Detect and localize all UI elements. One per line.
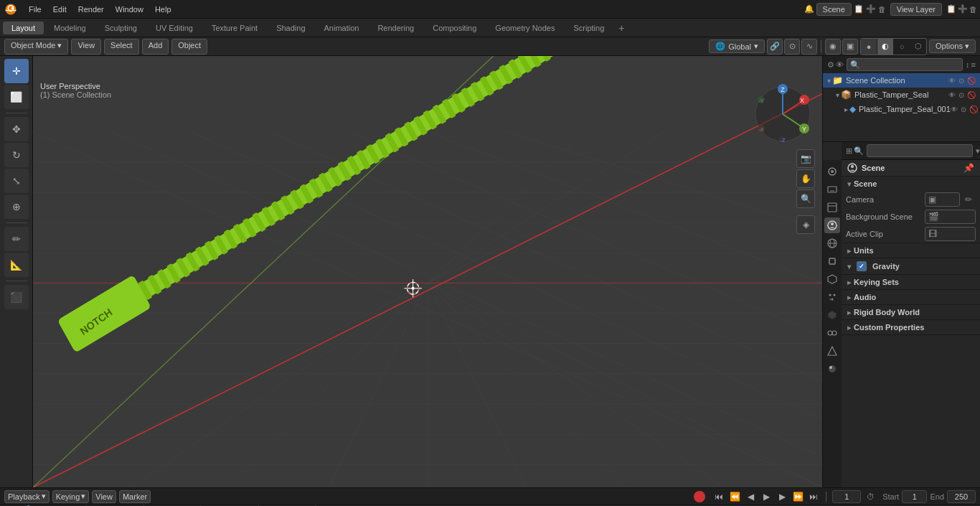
prop-tab-output[interactable]	[824, 182, 840, 197]
outliner-action-select[interactable]: ⊙	[958, 77, 964, 85]
prop-tab-material[interactable]	[824, 361, 840, 377]
frame-clock-icon[interactable]: ⏱	[864, 490, 877, 503]
tool-measure[interactable]: 📐	[4, 253, 29, 277]
3d-viewport[interactable]: NOTCH	[33, 56, 822, 487]
outliner-item1-hide[interactable]: 🚫	[969, 106, 978, 113]
transform-selector[interactable]: 🌐 Global ▾	[709, 39, 765, 53]
prop-tab-modifier[interactable]	[824, 271, 840, 287]
current-frame-display[interactable]: 1	[832, 490, 861, 503]
gravity-section-header[interactable]: ▾ ✓ Gravity	[842, 258, 980, 274]
outliner-icon-filter[interactable]: ⚙	[827, 60, 834, 70]
camera-value[interactable]: ▣	[925, 192, 960, 207]
tool-scale[interactable]: ⤡	[4, 169, 29, 193]
tab-layout[interactable]: Layout	[3, 22, 44, 34]
menu-window[interactable]: Window	[110, 4, 149, 15]
add-workspace-button[interactable]: +	[614, 21, 628, 35]
tool-annotate[interactable]: ✏	[4, 227, 29, 251]
outliner-icon-view[interactable]: 👁	[836, 60, 844, 70]
outliner-item-1[interactable]: ▸ ◆ Plastic_Tamper_Seal_001 👁 ⊙ 🚫	[823, 102, 980, 116]
end-frame-input[interactable]: 250	[947, 490, 976, 503]
keying-sets-header[interactable]: ▸ Keying Sets	[842, 275, 980, 289]
view-layer-selector[interactable]: View Layer	[890, 3, 942, 16]
tool-transform[interactable]: ⊕	[4, 195, 29, 219]
select-menu[interactable]: Select	[104, 39, 139, 55]
prop-tab-object[interactable]	[824, 253, 840, 269]
nav-gizmo[interactable]: X Y Z -X -Y -Z	[750, 82, 815, 146]
tool-rotate[interactable]: ↻	[4, 143, 29, 167]
outliner-search[interactable]	[847, 58, 963, 71]
prop-tab-render[interactable]	[824, 164, 840, 179]
tab-scripting[interactable]: Scripting	[565, 22, 613, 34]
outliner-collection-row[interactable]: ▾ 📁 Scene Collection 👁 ⊙ 🚫	[823, 73, 980, 88]
outliner-sort[interactable]: ↕	[966, 60, 970, 69]
overlay-toggle[interactable]: ◉	[825, 39, 841, 55]
transport-prev-keyframe[interactable]: ⏪	[728, 490, 741, 503]
tool-select-box[interactable]: ⬜	[4, 85, 29, 109]
props-filter-icon[interactable]: ▾	[976, 146, 980, 156]
keying-dropdown[interactable]: Keying ▾	[52, 490, 90, 503]
prop-tab-view-layer[interactable]	[824, 200, 840, 215]
viewport-zoom-tool[interactable]: 🔍	[796, 189, 815, 208]
outliner-item1-view[interactable]: 👁	[951, 106, 958, 113]
props-header-icon2[interactable]: 🔍	[854, 146, 864, 156]
object-mode-selector[interactable]: Object Mode ▾	[4, 39, 68, 55]
tab-rendering[interactable]: Rendering	[369, 22, 423, 34]
audio-section-header[interactable]: ▸ Audio	[842, 290, 980, 304]
tool-cursor[interactable]: ✛	[4, 59, 29, 83]
transport-next-keyframe[interactable]: ⏩	[791, 490, 804, 503]
active-clip-value[interactable]: 🎞	[925, 227, 976, 241]
tab-geometry-nodes[interactable]: Geometry Nodes	[486, 22, 563, 34]
outliner-action-view[interactable]: 👁	[948, 77, 956, 85]
tab-animation[interactable]: Animation	[316, 22, 368, 34]
rigid-body-header[interactable]: ▸ Rigid Body World	[842, 305, 980, 319]
transport-prev-frame[interactable]: ◀	[744, 490, 757, 503]
camera-edit-icon[interactable]: ✏	[961, 192, 976, 207]
outliner-item1-select[interactable]: ⊙	[961, 106, 966, 113]
tab-modeling[interactable]: Modeling	[45, 22, 95, 34]
scene-section-header[interactable]: ▾ Scene	[842, 177, 980, 191]
tab-shading[interactable]: Shading	[268, 22, 314, 34]
solid-shading[interactable]: ●	[861, 39, 877, 55]
prop-tab-physics[interactable]	[824, 307, 840, 323]
outliner-item0-view[interactable]: 👁	[948, 91, 956, 99]
props-pin-icon[interactable]: 📌	[963, 163, 974, 173]
material-preview[interactable]: ◐	[877, 39, 893, 55]
proportional-edit[interactable]: ⊙	[784, 39, 800, 55]
prop-tab-constraints[interactable]	[824, 325, 840, 341]
menu-render[interactable]: Render	[72, 4, 110, 15]
background-scene-value[interactable]: 🎬	[925, 210, 976, 224]
add-menu[interactable]: Add	[142, 39, 169, 55]
tool-move[interactable]: ✥	[4, 117, 29, 141]
prop-tab-scene[interactable]	[824, 217, 840, 233]
transport-jump-start[interactable]: ⏮	[712, 490, 725, 503]
prop-tab-world[interactable]	[824, 235, 840, 251]
transport-next-frame[interactable]: ▶	[776, 490, 788, 503]
outliner-item0-select[interactable]: ⊙	[958, 91, 964, 99]
view-menu[interactable]: View	[71, 39, 101, 55]
object-menu[interactable]: Object	[171, 39, 207, 55]
scene-selector[interactable]: Scene	[816, 3, 852, 16]
wireframe-shading[interactable]: ⬡	[910, 39, 926, 55]
tool-add-cube[interactable]: ⬛	[4, 285, 29, 309]
props-header-icon1[interactable]: ⊞	[846, 146, 852, 156]
record-button[interactable]	[694, 491, 705, 502]
rendered-shading[interactable]: ○	[894, 39, 910, 55]
menu-file[interactable]: File	[23, 4, 47, 15]
transport-play[interactable]: ▶	[760, 490, 773, 503]
tab-sculpting[interactable]: Sculpting	[96, 22, 146, 34]
prop-tab-particles[interactable]	[824, 289, 840, 305]
view-dropdown[interactable]: View	[92, 490, 116, 503]
outliner-filter[interactable]: ≡	[971, 60, 976, 69]
menu-help[interactable]: Help	[149, 4, 177, 15]
units-section-header[interactable]: ▸ Units	[842, 243, 980, 258]
gravity-checkbox[interactable]: ✓	[857, 261, 867, 271]
outliner-item-0[interactable]: ▾ 📦 Plastic_Tamper_Seal 👁 ⊙ 🚫	[823, 88, 980, 102]
outliner-item0-hide[interactable]: 🚫	[967, 91, 976, 99]
start-frame-input[interactable]: 1	[902, 490, 927, 503]
transport-jump-end[interactable]: ⏭	[807, 490, 820, 503]
outliner-action-hide[interactable]: 🚫	[967, 77, 976, 85]
marker-dropdown[interactable]: Marker	[119, 490, 151, 503]
options-dropdown[interactable]: Options ▾	[929, 39, 976, 53]
prop-tab-data[interactable]	[824, 343, 840, 359]
custom-props-header[interactable]: ▸ Custom Properties	[842, 320, 980, 334]
